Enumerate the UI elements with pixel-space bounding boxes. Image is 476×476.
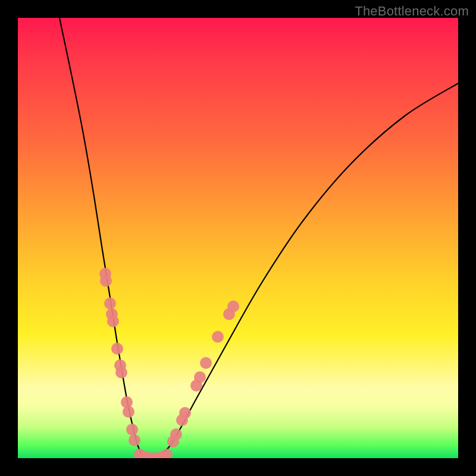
data-point [107, 315, 119, 327]
data-point [227, 300, 239, 312]
data-point [123, 406, 134, 418]
watermark-text: TheBottleneck.com [355, 4, 469, 19]
data-point [104, 298, 116, 309]
data-point [200, 357, 212, 369]
data-point [194, 371, 206, 383]
data-point [129, 434, 140, 446]
plot-area [18, 18, 458, 458]
data-point [100, 275, 112, 287]
data-point [170, 428, 182, 440]
data-point [126, 424, 138, 436]
frame: TheBottleneck.com [0, 0, 476, 476]
data-point [115, 367, 127, 378]
data-point [161, 449, 173, 458]
bottleneck-curve [60, 18, 458, 458]
scatter-dots [99, 268, 239, 458]
chart-svg [18, 18, 458, 458]
data-point [212, 331, 224, 343]
data-point [179, 407, 191, 419]
data-point [111, 343, 123, 355]
